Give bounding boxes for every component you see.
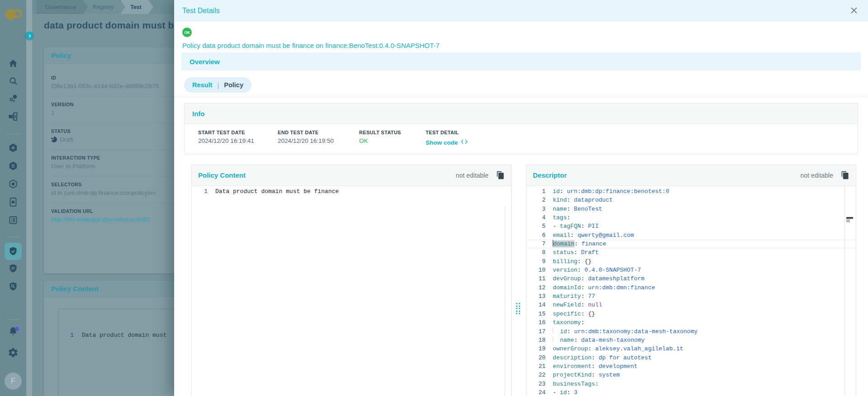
field-status: STATUSDraft bbox=[51, 123, 175, 150]
info-field-test-detail: TEST DETAILShow code bbox=[426, 130, 468, 146]
yaml-line: 6email: qwerty@gmail.com bbox=[526, 231, 856, 240]
field-id: IDf26e13b1-053c-4144-b32e-d8999c2675 bbox=[51, 70, 175, 97]
yaml-token: projectKind bbox=[553, 372, 592, 378]
yaml-token: : bbox=[574, 249, 581, 256]
overview-label: Overview bbox=[190, 58, 220, 66]
field-value[interactable]: http://llm-evaluator.dev-release:8091 bbox=[51, 216, 175, 223]
yaml-line: 10version: 0.4.0-SNAPSHOT-7 bbox=[526, 266, 856, 274]
yaml-token: : bbox=[581, 223, 588, 230]
info-label: RESULT STATUS bbox=[359, 130, 401, 135]
yaml-line: 4tags: bbox=[526, 213, 856, 222]
indent-guide bbox=[553, 336, 560, 342]
yaml-token: : bbox=[574, 240, 582, 247]
sidebar-divider bbox=[6, 319, 20, 320]
policy-content-header: Policy Content not editable bbox=[192, 165, 511, 186]
policy-content-bg-editor: 1Data product domain must bbox=[58, 309, 180, 396]
hexagon-dot-icon[interactable] bbox=[0, 179, 26, 189]
copy-icon[interactable] bbox=[496, 170, 505, 180]
yaml-token: : bbox=[592, 354, 599, 361]
copy-icon[interactable] bbox=[840, 170, 849, 180]
user-avatar[interactable]: F bbox=[5, 372, 22, 390]
code-text: Data product domain must be finance bbox=[215, 188, 339, 195]
bubbles-icon[interactable] bbox=[0, 93, 26, 104]
screen: B bbox=[0, 0, 868, 396]
hexagon-plus-icon[interactable] bbox=[0, 142, 26, 153]
show-code-link[interactable]: Show code bbox=[426, 139, 458, 146]
yaml-token: name bbox=[553, 206, 567, 212]
drag-dot bbox=[519, 303, 520, 304]
drag-dot bbox=[516, 308, 517, 309]
yaml-token: development bbox=[598, 363, 637, 370]
yaml-token: : bbox=[581, 302, 588, 308]
notifications-bell-icon[interactable] bbox=[0, 326, 26, 337]
badge-gear-icon[interactable] bbox=[0, 197, 26, 207]
status-icon bbox=[51, 137, 57, 142]
yaml-line: 8status: Draft bbox=[526, 248, 856, 257]
info-label: START TEST DATE bbox=[198, 130, 254, 135]
info-card: Info START TEST DATE2024/12/20 16:19:41E… bbox=[184, 103, 858, 155]
descriptor-editor[interactable]: 1id: urn:dmb:dp:finance:benotest:02kind:… bbox=[526, 186, 856, 396]
field-version: VERSION1 bbox=[51, 97, 175, 123]
home-icon[interactable] bbox=[0, 58, 26, 69]
yaml-line: 1id: urn:dmb:dp:finance:benotest:0 bbox=[526, 187, 856, 196]
list-icon[interactable] bbox=[0, 215, 26, 226]
shield-check-icon[interactable] bbox=[5, 243, 22, 260]
scrollbar-track[interactable] bbox=[844, 186, 845, 396]
yaml-token: : bbox=[560, 188, 567, 195]
breadcrumb-tab-test[interactable]: Test bbox=[121, 0, 153, 14]
panel-resize-handle[interactable] bbox=[516, 303, 520, 314]
info-value: 2024/12/20 16:19:41 bbox=[198, 137, 254, 144]
line-number: 13 bbox=[526, 292, 553, 301]
breadcrumb-tab-registry[interactable]: Registry bbox=[84, 0, 125, 14]
scrollbar-thumb[interactable] bbox=[846, 219, 850, 222]
field-label: STATUS bbox=[51, 128, 175, 134]
settings-gear-icon[interactable] bbox=[0, 347, 26, 358]
hexagon-b-icon[interactable]: B bbox=[0, 160, 26, 171]
yaml-line: 21environment: development bbox=[526, 362, 856, 371]
test-details-modal: Test Details OK Policy data product doma… bbox=[174, 0, 868, 396]
yaml-token: urn:dmb:dmn:finance bbox=[588, 284, 655, 291]
yaml-line: 5- tagFQN: PII bbox=[526, 222, 856, 231]
tab-result[interactable]: Result bbox=[192, 81, 212, 89]
field-validation-url: VALIDATION URLhttp://llm-evaluator.dev-r… bbox=[51, 203, 175, 230]
info-value[interactable]: Show code bbox=[426, 139, 468, 146]
yaml-token: billing bbox=[553, 258, 578, 265]
shield-lines-icon[interactable] bbox=[0, 263, 26, 274]
policy-result-title: Policy data product domain must be finan… bbox=[182, 42, 440, 49]
yaml-token: null bbox=[588, 302, 602, 308]
close-icon[interactable] bbox=[849, 6, 859, 16]
yaml-line: 7domain: finance bbox=[526, 240, 856, 248]
yaml-token: : bbox=[581, 284, 588, 291]
yaml-token: BenoTest bbox=[574, 206, 602, 212]
yaml-token: environment bbox=[553, 363, 592, 370]
info-value: 2024/12/20 16:19:50 bbox=[278, 137, 334, 144]
line-number: 23 bbox=[526, 380, 553, 388]
yaml-token: : bbox=[592, 372, 599, 378]
yaml-line: 19ownerGroup: aleksey.valah_agilelab.it bbox=[526, 344, 856, 353]
yaml-token: : bbox=[570, 232, 578, 239]
search-icon[interactable] bbox=[0, 75, 26, 86]
sidebar-expand-button[interactable] bbox=[25, 32, 33, 40]
breadcrumb-tab-governance[interactable]: Governance bbox=[36, 0, 88, 14]
field-label: ID bbox=[51, 75, 175, 80]
app-logo-icon bbox=[4, 6, 22, 24]
yaml-token: id bbox=[553, 188, 560, 195]
yaml-token: 3 bbox=[574, 389, 578, 396]
tab-separator: | bbox=[217, 81, 219, 89]
line-number: 24 bbox=[526, 388, 553, 396]
line-number: 2 bbox=[526, 196, 553, 204]
yaml-token: email bbox=[553, 232, 570, 239]
yaml-line: 17id: urn:dmb:taxonomy:data-mesh-taxonom… bbox=[526, 327, 856, 336]
yaml-token: kind bbox=[553, 197, 567, 203]
scrollbar-track[interactable] bbox=[505, 207, 505, 396]
line-number: 20 bbox=[526, 354, 553, 362]
yaml-token: : bbox=[578, 267, 585, 273]
policy-content-editor[interactable]: 1Data product domain must be finance bbox=[192, 186, 511, 396]
scrollbar-annotation bbox=[846, 217, 853, 219]
shield-search-icon[interactable] bbox=[0, 281, 26, 292]
indent-guide bbox=[553, 328, 560, 334]
tab-policy[interactable]: Policy bbox=[224, 81, 243, 89]
hierarchy-icon[interactable] bbox=[0, 111, 26, 122]
drag-dot bbox=[519, 313, 520, 314]
yaml-line: 13maturity: 77 bbox=[526, 292, 856, 301]
